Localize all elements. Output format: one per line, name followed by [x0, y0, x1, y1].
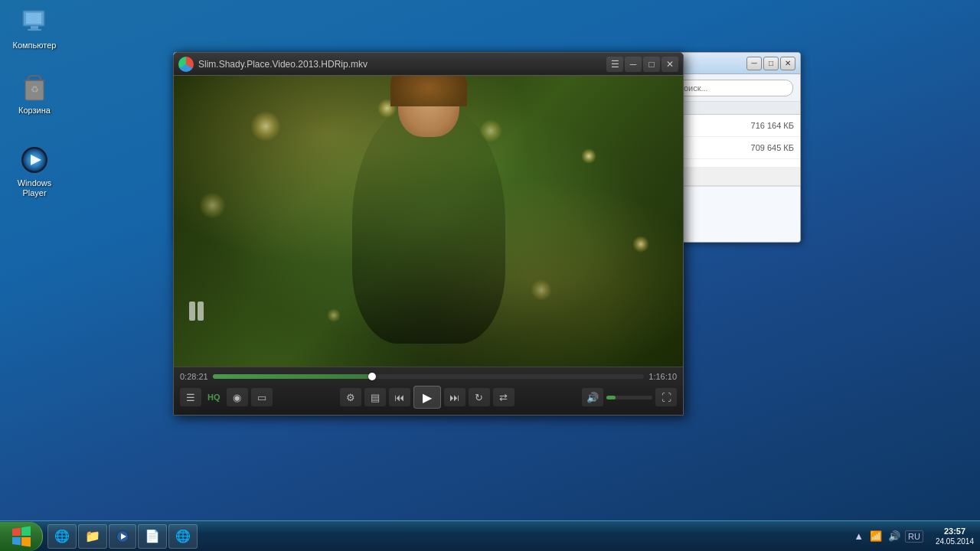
mp-buttons-row: ☰ HQ ◉ ▭ ⚙ ▤ ⏮ ▶ ⏭ ↻ ⇄ 🔊 — [180, 386, 677, 409]
svg-rect-3 — [28, 29, 41, 31]
mp-prev-button[interactable]: ⏮ — [389, 388, 410, 406]
mp-eq-button[interactable]: ◉ — [227, 388, 248, 406]
mp-controlbar: 0:28:21 1:16:10 ☰ HQ ◉ ▭ ⚙ ▤ ⏮ — [174, 367, 683, 415]
tray-sound-icon[interactable]: 🔊 — [887, 530, 902, 542]
mp-next-button[interactable]: ⏭ — [444, 388, 466, 406]
mp-seekbar-row: 0:28:21 1:16:10 — [180, 372, 677, 381]
fe-close-button[interactable]: ✕ — [780, 57, 795, 70]
mp-close-button[interactable]: ✕ — [662, 57, 678, 72]
tray-network-icon[interactable]: 📶 — [868, 530, 884, 542]
taskbar-tray: ▲ 📶 🔊 RU — [846, 530, 929, 543]
taskbar-item-wmp[interactable] — [109, 524, 136, 549]
mp-seekbar-fill — [213, 374, 373, 379]
mp-maximize-button[interactable]: □ — [643, 57, 660, 72]
fe-file-size-1: 716 164 КБ — [733, 121, 794, 130]
taskbar-date: 24.05.2014 — [936, 536, 974, 546]
mp-total-time: 1:16:10 — [648, 372, 677, 381]
mp-repeat-button[interactable]: ↻ — [469, 388, 490, 406]
mp-window-title: Slim.Shady.Place.Video.2013.HDRip.mkv — [198, 59, 606, 70]
svg-rect-2 — [31, 26, 38, 29]
wmp-icon — [19, 145, 50, 175]
fe-search-input[interactable] — [671, 80, 793, 96]
mp-seekbar-thumb — [368, 373, 376, 380]
taskbar-time: 23:57 — [936, 526, 974, 536]
mp-playlist-win-button[interactable]: ☰ — [606, 57, 623, 72]
mp-volume-row: 🔊 ⛶ — [582, 388, 677, 406]
recycle-icon-label: Корзина — [18, 106, 51, 116]
computer-icon-label: Компьютер — [13, 41, 57, 51]
fe-minimize-button[interactable]: ─ — [746, 57, 762, 70]
taskbar: 🌐 📁 📄 🌐 — [0, 520, 980, 551]
mp-equalizer-button[interactable]: ▤ — [364, 388, 386, 406]
mp-seekbar[interactable] — [213, 374, 645, 379]
media-player-window: Slim.Shady.Place.Video.2013.HDRip.mkv ☰ … — [173, 52, 684, 416]
svg-rect-1 — [26, 13, 41, 24]
fe-window-controls: ─ □ ✕ — [746, 57, 795, 70]
tray-ime-icon[interactable]: RU — [905, 530, 923, 543]
mp-hq-label: HQ — [204, 393, 224, 402]
wmp-icon-label: WindowsPlayer — [18, 178, 52, 198]
mp-volume-bar[interactable] — [606, 396, 652, 399]
explorer-icon: 📁 — [85, 529, 100, 543]
start-button[interactable] — [0, 522, 43, 551]
mp-settings-button[interactable]: ⚙ — [340, 388, 361, 406]
ie-icon: 🌐 — [54, 529, 70, 543]
taskbar-clock[interactable]: 23:57 24.05.2014 — [929, 526, 980, 546]
notepad-icon: 📄 — [145, 529, 160, 543]
mp-current-time: 0:28:21 — [180, 372, 208, 381]
globe-icon: 🌐 — [175, 529, 191, 543]
mp-volume-button[interactable]: 🔊 — [582, 388, 603, 406]
mp-minimize-button[interactable]: ─ — [625, 57, 642, 72]
computer-icon — [19, 7, 50, 37]
mp-logo-icon — [178, 57, 194, 72]
fe-file-size-2: 709 645 КБ — [733, 143, 794, 152]
fe-maximize-button[interactable]: □ — [763, 57, 779, 70]
desktop-icon-computer[interactable]: Компьютер — [4, 4, 65, 54]
mp-titlebar: Slim.Shady.Place.Video.2013.HDRip.mkv ☰ … — [174, 53, 683, 76]
taskbar-items: 🌐 📁 📄 🌐 — [46, 521, 846, 551]
desktop: Компьютер ♻ Корзина — [0, 0, 980, 551]
windows-logo-icon — [11, 526, 32, 547]
mp-window-controls: ☰ ─ □ ✕ — [606, 57, 678, 72]
mp-fullscreen-button[interactable]: ⛶ — [655, 388, 677, 406]
tray-arrow-icon[interactable]: ▲ — [852, 530, 865, 542]
mp-play-button[interactable]: ▶ — [413, 386, 441, 409]
mp-playlist-button[interactable]: ☰ — [180, 388, 201, 406]
taskbar-item-ie[interactable]: 🌐 — [47, 524, 77, 549]
taskbar-item-notepad[interactable]: 📄 — [138, 524, 167, 549]
svg-text:♻: ♻ — [31, 84, 39, 95]
taskbar-item-globe[interactable]: 🌐 — [168, 524, 198, 549]
mp-crop-button[interactable]: ▭ — [251, 388, 273, 406]
taskbar-item-explorer[interactable]: 📁 — [78, 524, 107, 549]
mp-video-area[interactable] — [174, 76, 683, 367]
video-overlay — [174, 76, 683, 367]
desktop-icon-recycle[interactable]: ♻ Корзина — [4, 69, 65, 119]
fe-search-container: 🔍 — [671, 80, 794, 96]
mp-shuffle-button[interactable]: ⇄ — [493, 388, 514, 406]
wmp-taskbar-icon — [116, 530, 129, 543]
recycle-icon: ♻ — [19, 72, 50, 103]
desktop-icon-wmp[interactable]: WindowsPlayer — [4, 142, 65, 201]
mp-volume-fill — [606, 396, 616, 399]
